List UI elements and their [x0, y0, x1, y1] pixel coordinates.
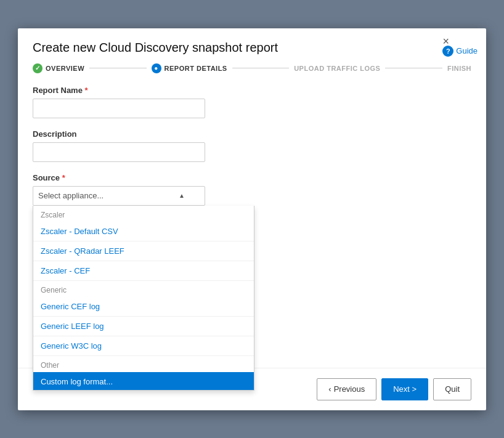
step-overview-icon: ✓: [33, 63, 43, 73]
step-finish-label: FINISH: [447, 65, 471, 72]
step-line-3: [385, 68, 442, 68]
steps-bar: ✓ OVERVIEW ● REPORT DETAILS UPLOAD TRAFF…: [18, 55, 486, 73]
dropdown-item-zscaler-qradar-leef[interactable]: Zscaler - QRadar LEEF: [33, 241, 254, 261]
dialog-header: Create new Cloud Discovery snapshot repo…: [18, 28, 486, 55]
previous-chevron-icon: ‹: [328, 384, 331, 394]
group-label-generic: Generic: [33, 281, 254, 297]
dropdown-item-generic-cef-log[interactable]: Generic CEF log: [33, 297, 254, 317]
step-overview: ✓ OVERVIEW: [33, 63, 84, 73]
step-line-1: [89, 68, 146, 68]
report-name-input[interactable]: [33, 99, 205, 118]
dialog: Create new Cloud Discovery snapshot repo…: [18, 28, 486, 410]
source-label: Source *: [33, 173, 471, 182]
step-upload-traffic-logs: UPLOAD TRAFFIC LOGS: [294, 65, 380, 72]
report-name-required: *: [85, 86, 88, 95]
dropdown-arrow-icon: ▲: [179, 192, 185, 199]
source-required: *: [62, 173, 65, 182]
source-group: Source * Select appliance... ▲ Zscaler Z…: [33, 173, 471, 206]
description-group: Description: [33, 129, 471, 162]
dialog-title: Create new Cloud Discovery snapshot repo…: [33, 41, 471, 55]
step-upload-label: UPLOAD TRAFFIC LOGS: [294, 65, 380, 72]
step-overview-label: OVERVIEW: [46, 65, 84, 72]
source-dropdown-trigger[interactable]: Select appliance... ▲: [33, 186, 205, 206]
group-label-zscaler: Zscaler: [33, 206, 254, 222]
dialog-body: Report Name * Description Source * Selec…: [18, 73, 486, 368]
quit-button[interactable]: Quit: [433, 378, 471, 400]
guide-icon: ?: [442, 46, 453, 57]
next-button[interactable]: Next >: [381, 378, 428, 400]
step-finish: FINISH: [447, 65, 471, 72]
source-dropdown-list: Zscaler Zscaler - Default CSV Zscaler - …: [33, 206, 254, 391]
source-dropdown-wrapper: Select appliance... ▲ Zscaler Zscaler - …: [33, 186, 205, 206]
source-dropdown-placeholder: Select appliance...: [38, 191, 104, 200]
previous-label: Previous: [334, 384, 365, 394]
report-name-group: Report Name *: [33, 86, 471, 118]
dropdown-item-zscaler-cef[interactable]: Zscaler - CEF: [33, 261, 254, 281]
dropdown-item-generic-leef-log[interactable]: Generic LEEF log: [33, 317, 254, 336]
step-report-details: ● REPORT DETAILS: [152, 63, 227, 73]
report-name-label: Report Name *: [33, 86, 471, 95]
guide-link[interactable]: ? Guide: [442, 46, 478, 57]
guide-label: Guide: [456, 46, 478, 55]
step-line-2: [232, 68, 289, 68]
dropdown-item-zscaler-default-csv[interactable]: Zscaler - Default CSV: [33, 222, 254, 241]
description-input[interactable]: [33, 142, 205, 162]
next-label: Next >: [393, 384, 417, 394]
quit-label: Quit: [445, 384, 460, 394]
previous-button[interactable]: ‹ Previous: [317, 378, 376, 400]
dropdown-item-generic-w3c-log[interactable]: Generic W3C log: [33, 336, 254, 356]
step-report-details-icon: ●: [152, 63, 161, 73]
dropdown-item-custom-log-format[interactable]: Custom log format...: [33, 372, 254, 391]
step-report-details-label: REPORT DETAILS: [165, 65, 227, 72]
description-label: Description: [33, 129, 471, 139]
group-label-other: Other: [33, 356, 254, 372]
